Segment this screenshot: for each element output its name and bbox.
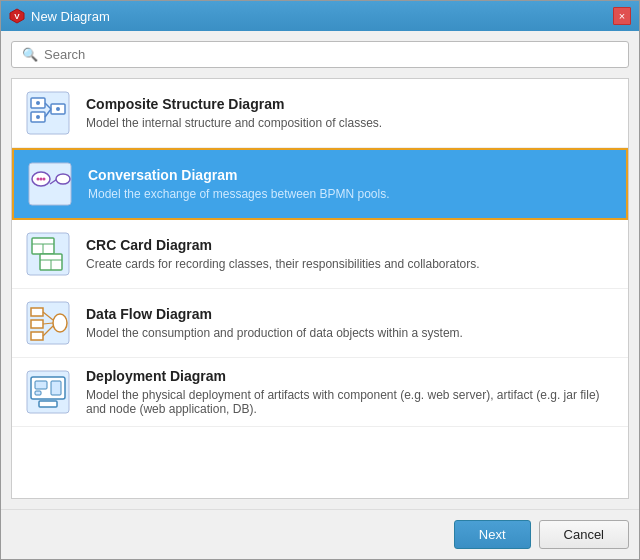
crc-icon xyxy=(24,230,72,278)
next-button[interactable]: Next xyxy=(454,520,531,549)
svg-point-14 xyxy=(40,178,43,181)
svg-rect-27 xyxy=(31,320,43,328)
title-bar-left: V New Diagram xyxy=(9,8,110,24)
conversation-icon xyxy=(26,160,74,208)
crc-title: CRC Card Diagram xyxy=(86,237,480,253)
window-title: New Diagram xyxy=(31,9,110,24)
crc-desc: Create cards for recording classes, thei… xyxy=(86,257,480,271)
dialog-footer: Next Cancel xyxy=(1,509,639,559)
deployment-icon xyxy=(24,368,72,416)
svg-point-6 xyxy=(36,115,40,119)
composite-title: Composite Structure Diagram xyxy=(86,96,382,112)
svg-point-8 xyxy=(56,107,60,111)
svg-point-13 xyxy=(37,178,40,181)
dataflow-desc: Model the consumption and production of … xyxy=(86,326,463,340)
app-icon: V xyxy=(9,8,25,24)
search-bar: 🔍 xyxy=(11,41,629,68)
svg-rect-37 xyxy=(51,381,61,395)
svg-text:V: V xyxy=(14,12,20,21)
dataflow-text: Data Flow Diagram Model the consumption … xyxy=(86,306,463,340)
composite-desc: Model the internal structure and composi… xyxy=(86,116,382,130)
list-item[interactable]: Conversation Diagram Model the exchange … xyxy=(12,148,628,220)
svg-point-4 xyxy=(36,101,40,105)
svg-point-29 xyxy=(53,314,67,332)
list-item[interactable]: Composite Structure Diagram Model the in… xyxy=(12,79,628,148)
composite-icon xyxy=(24,89,72,137)
close-button[interactable]: × xyxy=(613,7,631,25)
list-item[interactable]: Deployment Diagram Model the physical de… xyxy=(12,358,628,427)
svg-rect-35 xyxy=(35,381,47,389)
deployment-desc: Model the physical deployment of artifac… xyxy=(86,388,616,416)
list-item[interactable]: CRC Card Diagram Create cards for record… xyxy=(12,220,628,289)
search-icon: 🔍 xyxy=(22,47,38,62)
cancel-button[interactable]: Cancel xyxy=(539,520,629,549)
dialog-content: 🔍 xyxy=(1,31,639,509)
composite-text: Composite Structure Diagram Model the in… xyxy=(86,96,382,130)
search-input[interactable] xyxy=(44,47,618,62)
dataflow-title: Data Flow Diagram xyxy=(86,306,463,322)
diagram-list: Composite Structure Diagram Model the in… xyxy=(11,78,629,499)
svg-rect-28 xyxy=(31,332,43,340)
crc-text: CRC Card Diagram Create cards for record… xyxy=(86,237,480,271)
list-item[interactable]: Data Flow Diagram Model the consumption … xyxy=(12,289,628,358)
title-bar: V New Diagram × xyxy=(1,1,639,31)
svg-point-15 xyxy=(43,178,46,181)
conversation-title: Conversation Diagram xyxy=(88,167,390,183)
svg-point-17 xyxy=(56,174,70,184)
conversation-text: Conversation Diagram Model the exchange … xyxy=(88,167,390,201)
svg-rect-38 xyxy=(39,401,57,407)
deployment-text: Deployment Diagram Model the physical de… xyxy=(86,368,616,416)
conversation-desc: Model the exchange of messages between B… xyxy=(88,187,390,201)
svg-rect-26 xyxy=(31,308,43,316)
new-diagram-dialog: V New Diagram × 🔍 xyxy=(0,0,640,560)
svg-rect-36 xyxy=(35,391,41,395)
dataflow-icon xyxy=(24,299,72,347)
deployment-title: Deployment Diagram xyxy=(86,368,616,384)
